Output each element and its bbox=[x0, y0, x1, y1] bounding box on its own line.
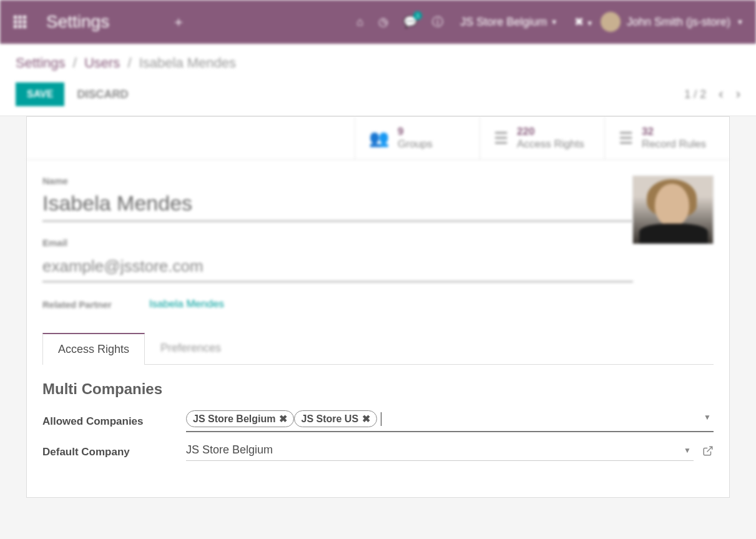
svg-rect-8 bbox=[23, 25, 26, 28]
pager-prev-icon[interactable]: ‹ bbox=[719, 86, 723, 102]
new-icon[interactable]: ＋ bbox=[172, 12, 185, 31]
allowed-companies-label: Allowed Companies bbox=[42, 415, 186, 428]
name-input[interactable] bbox=[42, 189, 633, 222]
app-title[interactable]: Settings bbox=[46, 12, 109, 32]
email-label: Email bbox=[42, 237, 714, 248]
company-switcher[interactable]: JS Store Belgium▼ bbox=[460, 16, 557, 29]
breadcrumb-current: Isabela Mendes bbox=[139, 55, 236, 71]
info-icon[interactable]: ⓘ bbox=[432, 14, 443, 29]
user-menu[interactable]: John Smith (js-store)▼ bbox=[601, 12, 744, 32]
text-cursor bbox=[381, 412, 381, 426]
svg-rect-4 bbox=[19, 21, 22, 24]
pager-count: 1 / 2 bbox=[684, 88, 706, 101]
default-company-label: Default Company bbox=[42, 446, 186, 458]
close-icon[interactable]: ✖▼ bbox=[574, 15, 593, 29]
home-icon[interactable]: ⌂ bbox=[356, 16, 363, 29]
topbar: Settings ＋ ⌂ ◷ 💬1 ⓘ JS Store Belgium▼ ✖▼… bbox=[0, 0, 756, 44]
related-partner-label: Related Partner bbox=[42, 299, 112, 310]
pager: 1 / 2 ‹ › bbox=[684, 86, 740, 102]
tag-remove-icon[interactable]: ✖ bbox=[362, 413, 370, 425]
stat-record-rules[interactable]: ☰ 32 Record Rules bbox=[604, 117, 729, 159]
svg-rect-3 bbox=[14, 21, 17, 24]
svg-line-9 bbox=[707, 447, 712, 452]
stat-access-rights[interactable]: ☰ 220 Access Rights bbox=[479, 117, 604, 159]
tab-content: Multi Companies Allowed Companies JS Sto… bbox=[27, 365, 729, 497]
name-label: Name bbox=[42, 176, 714, 186]
discard-button[interactable]: DISCARD bbox=[77, 88, 128, 101]
row-allowed-companies: Allowed Companies JS Store Belgium ✖JS S… bbox=[42, 410, 714, 432]
chevron-down-icon[interactable]: ▼ bbox=[704, 413, 711, 422]
messages-icon[interactable]: 💬1 bbox=[403, 15, 417, 29]
external-link-icon[interactable] bbox=[702, 445, 714, 459]
breadcrumb: Settings / Users / Isabela Mendes bbox=[16, 55, 740, 71]
tab-access-rights[interactable]: Access Rights bbox=[42, 333, 145, 365]
breadcrumb-users[interactable]: Users bbox=[84, 55, 120, 71]
tabs: Access Rights Preferences bbox=[42, 332, 714, 365]
breadcrumb-settings[interactable]: Settings bbox=[16, 55, 66, 71]
svg-rect-1 bbox=[19, 16, 22, 19]
save-button[interactable]: SAVE bbox=[16, 82, 64, 106]
row-default-company: Default Company JS Store Belgium ▼ bbox=[42, 443, 714, 461]
control-panel: Settings / Users / Isabela Mendes SAVE D… bbox=[0, 44, 756, 116]
messages-badge: 1 bbox=[413, 11, 422, 20]
svg-rect-2 bbox=[23, 16, 26, 19]
group-icon: 👥 bbox=[369, 129, 389, 148]
clock-icon[interactable]: ◷ bbox=[378, 15, 388, 29]
svg-rect-7 bbox=[19, 25, 22, 28]
chevron-down-icon[interactable]: ▼ bbox=[684, 446, 691, 455]
tag-remove-icon[interactable]: ✖ bbox=[279, 413, 287, 425]
stat-groups[interactable]: 👥 9 Groups bbox=[355, 117, 479, 159]
default-company-field[interactable]: JS Store Belgium ▼ bbox=[186, 443, 694, 461]
related-partner-link[interactable]: Isabela Mendes bbox=[149, 298, 224, 310]
svg-rect-0 bbox=[14, 16, 17, 19]
svg-rect-6 bbox=[14, 25, 17, 28]
default-company-value: JS Store Belgium bbox=[186, 443, 273, 457]
stat-buttons: 👥 9 Groups ☰ 220 Access Rights ☰ 32 Reco… bbox=[27, 117, 729, 160]
allowed-companies-field[interactable]: JS Store Belgium ✖JS Store US ✖ ▼ bbox=[186, 410, 714, 432]
company-tag[interactable]: JS Store Belgium ✖ bbox=[186, 410, 294, 427]
tab-preferences[interactable]: Preferences bbox=[145, 332, 237, 364]
list-icon: ☰ bbox=[619, 129, 633, 148]
apps-grid-icon[interactable] bbox=[12, 14, 27, 29]
avatar-icon bbox=[601, 12, 621, 32]
email-input[interactable] bbox=[42, 254, 633, 282]
pager-next-icon[interactable]: › bbox=[736, 86, 740, 102]
form-card: 👥 9 Groups ☰ 220 Access Rights ☰ 32 Reco… bbox=[26, 116, 730, 498]
company-tag[interactable]: JS Store US ✖ bbox=[294, 410, 377, 427]
section-multi-companies: Multi Companies bbox=[42, 380, 714, 398]
list-icon: ☰ bbox=[494, 129, 508, 148]
svg-rect-5 bbox=[23, 21, 26, 24]
